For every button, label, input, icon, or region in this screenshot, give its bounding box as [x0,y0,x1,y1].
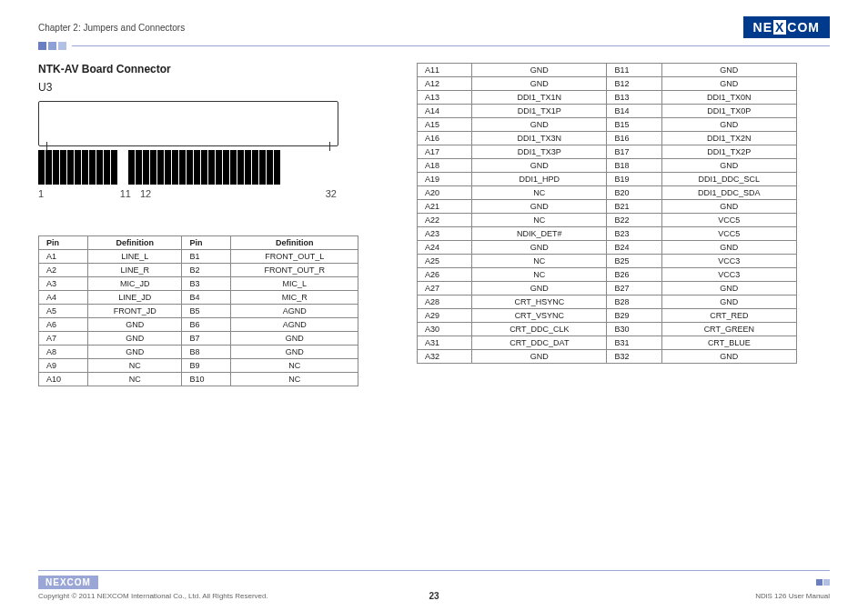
table-cell: B12 [607,77,661,91]
table-cell: B22 [607,214,661,227]
table-cell: GND [661,295,796,309]
table-cell: GND [231,332,358,346]
table-header-row: PinDefinitionPinDefinition [39,236,358,250]
table-cell: NC [472,214,607,227]
table-row: A24GNDB24GND [418,241,797,255]
table-row: A28CRT_HSYNCB28GND [418,295,797,309]
table-row: A18GNDB18GND [418,159,797,173]
table-cell: GND [661,77,796,91]
table-cell: GND [88,346,182,359]
table-cell: B26 [607,268,661,282]
table-row: A31CRT_DDC_DATB31CRT_BLUE [418,336,797,350]
table-cell: LINE_R [88,264,182,277]
column-header: Pin [39,236,88,250]
table-cell: CRT_GREEN [661,323,796,336]
table-cell: AGND [231,318,358,332]
table-row: A21GNDB21GND [418,200,797,214]
table-cell: MIC_R [231,291,358,305]
table-cell: B4 [182,291,231,305]
table-cell: VCC5 [661,214,796,227]
table-cell: NC [231,373,358,386]
table-cell: B27 [607,282,661,295]
table-cell: NC [88,373,182,386]
table-cell: GND [472,159,607,173]
table-cell: GND [661,200,796,214]
table-row: A11GNDB11GND [418,64,797,77]
table-cell: MIC_L [231,277,358,291]
footer-brand-logo: NEXCOM [38,576,98,589]
table-cell: A2 [39,264,88,277]
table-row: A25NCB25VCC3 [418,255,797,268]
table-cell: DDI1_TX3P [472,145,607,159]
table-row: A17DDI1_TX3PB17DDI1_TX2P [418,145,797,159]
table-cell: GND [88,318,182,332]
header-rule [38,42,830,50]
section-title: NTK-AV Board Connector [38,63,384,75]
table-cell: A7 [39,332,88,346]
table-cell: VCC5 [661,227,796,241]
table-cell: A25 [418,255,472,268]
table-cell: FRONT_OUT_L [231,250,358,264]
table-cell: GND [472,241,607,255]
table-cell: GND [472,64,607,77]
table-cell: B14 [607,105,661,118]
table-cell: B17 [607,145,661,159]
table-cell: DDI1_DDC_SCL [661,173,796,186]
table-cell: CRT_HSYNC [472,295,607,309]
table-cell: LINE_L [88,250,182,264]
table-cell: A10 [39,373,88,386]
connector-diagram: 1 11 12 32 [38,101,384,199]
table-cell: B18 [607,159,661,173]
table-cell: CRT_RED [661,309,796,323]
table-cell: A13 [418,91,472,105]
table-cell: DDI1_TX1P [472,105,607,118]
table-cell: B3 [182,277,231,291]
table-cell: GND [472,282,607,295]
table-cell: A32 [418,350,472,364]
manual-name: NDiS 126 User Manual [755,592,830,600]
table-cell: DDI1_TX3N [472,132,607,145]
table-cell: B24 [607,241,661,255]
table-cell: B5 [182,305,231,318]
table-row: A4LINE_JDB4MIC_R [39,291,358,305]
table-cell: GND [661,159,796,173]
table-cell: NC [472,186,607,200]
content: NTK-AV Board Connector U3 1 11 12 32 Pin… [38,63,830,386]
table-row: A10NCB10NC [39,373,358,386]
table-cell: B20 [607,186,661,200]
table-cell: A23 [418,227,472,241]
table-cell: B30 [607,323,661,336]
page-footer: NEXCOM Copyright © 2011 NEXCOM Internati… [38,570,830,600]
table-cell: B10 [182,373,231,386]
table-cell: A30 [418,323,472,336]
table-cell: A6 [39,318,88,332]
table-cell: MIC_JD [88,277,182,291]
table-row: A5FRONT_JDB5AGND [39,305,358,318]
table-cell: GND [231,346,358,359]
table-cell: A22 [418,214,472,227]
table-cell: GND [661,64,796,77]
pin-group-12-32 [128,150,280,185]
table-cell: B28 [607,295,661,309]
left-column: NTK-AV Board Connector U3 1 11 12 32 Pin… [38,63,384,386]
table-cell: LINE_JD [88,291,182,305]
table-cell: FRONT_JD [88,305,182,318]
table-cell: A18 [418,159,472,173]
right-column: A11GNDB11GNDA12GNDB12GNDA13DDI1_TX1NB13D… [417,63,797,386]
table-cell: A24 [418,241,472,255]
table-cell: GND [472,350,607,364]
table-row: A2LINE_RB2FRONT_OUT_R [39,264,358,277]
table-row: A23NDIK_DET#B23VCC5 [418,227,797,241]
page: Chapter 2: Jumpers and Connectors NEXCOM… [0,0,868,611]
table-cell: CRT_DDC_DAT [472,336,607,350]
pinout-table-left: PinDefinitionPinDefinition A1LINE_LB1FRO… [38,235,358,386]
table-cell: VCC3 [661,268,796,282]
table-cell: A12 [418,77,472,91]
table-cell: VCC3 [661,255,796,268]
table-row: A32GNDB32GND [418,350,797,364]
pin-labels: 1 11 12 32 [38,188,338,199]
table-cell: A11 [418,64,472,77]
table-row: A14DDI1_TX1PB14DDI1_TX0P [418,105,797,118]
table-cell: NC [88,359,182,373]
table-cell: NDIK_DET# [472,227,607,241]
